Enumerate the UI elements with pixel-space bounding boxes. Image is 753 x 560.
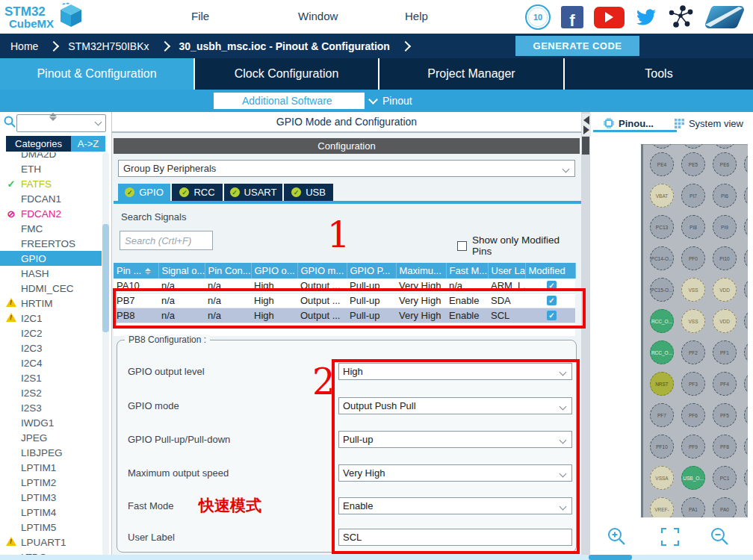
peripheral-tab-usb[interactable]: ✓USB: [284, 184, 333, 201]
sidebar-item-i2s3[interactable]: I2S3: [0, 400, 112, 415]
select-maximum-output-speed[interactable]: Very High: [338, 464, 572, 482]
col-header-gpio-o[interactable]: GPIO o...: [251, 263, 297, 279]
pin-pf9[interactable]: PF9: [681, 435, 705, 458]
tab-pinout-view[interactable]: Pinou...: [604, 118, 654, 129]
tab-tools[interactable]: Tools: [565, 58, 753, 90]
sidebar-item-i2c1[interactable]: I2C1: [0, 311, 112, 326]
pin-vbat[interactable]: VBAT: [650, 184, 674, 208]
pin-nrst[interactable]: NRST: [650, 372, 674, 396]
sidebar-item-lptim1[interactable]: LPTIM1: [0, 460, 112, 475]
sidebar-item-dma2d[interactable]: DMA2D: [0, 152, 112, 161]
pinout-dropdown[interactable]: Pinout: [370, 93, 412, 109]
table-row-PA10[interactable]: PA10n/an/aHighOutput ...Pull-upVery High…: [114, 279, 575, 293]
pin-pa1[interactable]: PA1: [681, 497, 705, 517]
pin-pc13[interactable]: PC13: [650, 215, 674, 239]
pin-pi9[interactable]: PI9: [713, 215, 737, 239]
sidebar-item-gpio[interactable]: GPIO: [0, 251, 102, 266]
pin-usb-o[interactable]: USB_O...: [681, 466, 705, 490]
select-gpio-mode[interactable]: Output Push Pull: [338, 397, 572, 414]
sidebar-item-hash[interactable]: HASH: [0, 266, 112, 281]
sidebar-item-libjpeg[interactable]: LIBJPEG: [0, 445, 112, 460]
show-only-modified-checkbox[interactable]: [457, 241, 467, 251]
middle-panel-scrollbar-thumb[interactable]: [582, 137, 589, 155]
pin-pc14-o[interactable]: PC14-O...: [650, 246, 674, 270]
sidebar-item-lpuart1[interactable]: LPUART1: [0, 535, 112, 550]
pin-vref[interactable]: VREF-: [650, 497, 674, 517]
peripheral-tab-rcc[interactable]: ✓RCC: [172, 184, 223, 201]
best-fit-button[interactable]: [660, 527, 680, 547]
col-header-signal-o[interactable]: Signal o...: [158, 263, 205, 279]
select-gpio-pull-up-pull-down[interactable]: Pull-up: [338, 431, 572, 448]
pin-vss[interactable]: VSS: [681, 278, 705, 302]
zoom-in-button[interactable]: [607, 526, 628, 547]
table-row-PB8[interactable]: PB8n/an/aHighOutput ...Pull-upVery HighE…: [114, 308, 575, 323]
pin-pi10[interactable]: PI10: [713, 246, 737, 270]
sidebar-item-freertos[interactable]: FREERTOS: [0, 236, 112, 251]
col-header-maximu[interactable]: Maximu...: [396, 263, 446, 279]
pin-pe4[interactable]: PE4: [650, 152, 674, 176]
pin-pa0[interactable]: PA0: [713, 497, 737, 517]
collapse-left-icon[interactable]: [583, 116, 589, 125]
peripheral-tab-usart[interactable]: ✓USART: [224, 184, 282, 201]
tab-project-manager[interactable]: Project Manager: [379, 58, 563, 90]
community-network-icon[interactable]: [668, 5, 693, 29]
generate-code-button[interactable]: GENERATE CODE: [515, 36, 639, 56]
sidebar-item-jpeg[interactable]: JPEG: [0, 430, 112, 445]
col-header-modified[interactable]: Modified: [525, 263, 575, 279]
zoom-out-button[interactable]: [710, 526, 731, 547]
sidebar-item-iwdg1[interactable]: IWDG1: [0, 415, 112, 430]
table-row-PB7[interactable]: PB7n/an/aHighOutput ...Pull-upVery HighE…: [114, 293, 575, 308]
sidebar-item-i2c2[interactable]: I2C2: [0, 326, 112, 340]
sidebar-item-lptim3[interactable]: LPTIM3: [0, 490, 112, 505]
sidebar-item-i2s2[interactable]: I2S2: [0, 385, 112, 400]
pin-pc1[interactable]: PC1: [713, 466, 737, 490]
pin-pf4[interactable]: PF4: [713, 372, 737, 396]
sort-icon[interactable]: [145, 268, 151, 275]
sidebar-item-lptim2[interactable]: LPTIM2: [0, 475, 112, 490]
breadcrumb-mcu[interactable]: STM32H750IBKx: [68, 40, 149, 52]
col-header-pin[interactable]: Pin ...: [114, 263, 158, 279]
sidebar-item-i2s1[interactable]: I2S1: [0, 370, 112, 385]
collapse-right-icon[interactable]: [583, 125, 589, 134]
pin-pf0[interactable]: PF0: [681, 246, 705, 270]
breadcrumb-home[interactable]: Home: [10, 40, 38, 52]
group-by-dropdown[interactable]: Group By Peripherals: [118, 160, 575, 177]
tab-pinout-configuration[interactable]: Pinout & Configuration: [0, 58, 193, 90]
sidebar-item-hrtim[interactable]: HRTIM: [0, 296, 112, 311]
select-gpio-output-level[interactable]: High: [338, 363, 572, 380]
pin-pf8[interactable]: PF8: [713, 435, 737, 458]
sidebar-item-eth[interactable]: ETH: [0, 161, 112, 176]
sidebar-item-lptim4[interactable]: LPTIM4: [0, 505, 112, 520]
input-user-label[interactable]: SCL: [338, 529, 572, 546]
pin-pf10[interactable]: PF10: [650, 435, 674, 458]
pin-pf2[interactable]: PF2: [681, 340, 705, 364]
tab-clock-configuration[interactable]: Clock Configuration: [195, 58, 378, 90]
tab-system-view[interactable]: System view: [675, 118, 743, 129]
panel-collapse-arrows[interactable]: [582, 113, 591, 136]
pin-vdd[interactable]: VDD: [713, 309, 737, 333]
pin-pi8[interactable]: PI8: [681, 215, 705, 239]
pin-pi7[interactable]: PI7: [681, 184, 705, 208]
pin-rcc-o[interactable]: RCC_O...: [650, 340, 674, 364]
horizontal-scrollbar[interactable]: [0, 555, 753, 560]
sidebar-item-fdcan2[interactable]: ⊘FDCAN2: [0, 206, 112, 221]
pin-rcc-o[interactable]: RCC_O...: [650, 309, 674, 333]
peripheral-tab-gpio[interactable]: ✓GPIO: [118, 184, 170, 201]
sidebar-item-fatfs[interactable]: ✓FATFS: [0, 176, 112, 191]
pin-pf6[interactable]: PF6: [681, 403, 705, 427]
pin-vssa[interactable]: VSSA: [650, 466, 674, 490]
col-header-gpio-p[interactable]: GPIO P...: [347, 263, 396, 279]
menu-file[interactable]: File: [191, 10, 209, 22]
sidebar-scrollbar[interactable]: [102, 152, 109, 556]
pin-pf1[interactable]: PF1: [713, 340, 737, 364]
col-header-gpio-m[interactable]: GPIO m...: [297, 263, 347, 279]
signals-search-input[interactable]: [120, 231, 213, 250]
select-fast-mode[interactable]: Enable: [338, 497, 572, 514]
sidebar-scrollbar-thumb[interactable]: [102, 224, 109, 332]
pin-pf3[interactable]: PF3: [681, 372, 705, 396]
col-header-fast-m[interactable]: Fast M...: [446, 263, 488, 279]
sidebar-item-i2c3[interactable]: I2C3: [0, 340, 112, 355]
list-scroll-spinner[interactable]: [49, 113, 57, 121]
youtube-icon[interactable]: [594, 7, 625, 28]
modified-checkbox[interactable]: ✓: [547, 281, 557, 290]
